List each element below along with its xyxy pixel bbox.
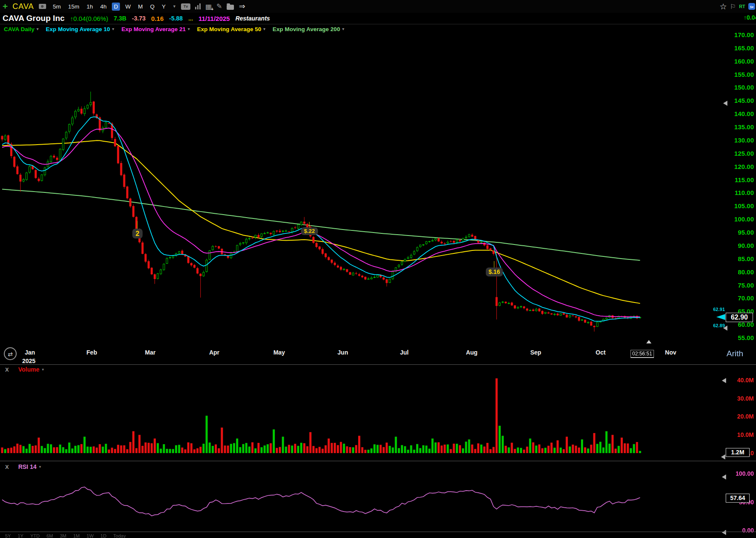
last-volume-label: 1.2M bbox=[726, 448, 750, 457]
last-price-arrow-icon bbox=[716, 314, 725, 320]
range-button-ytd[interactable]: YTD bbox=[30, 533, 40, 538]
condition-grid-icon[interactable]: ▦+ bbox=[205, 3, 212, 11]
mini-change-label: ↑0.04 bbox=[744, 14, 756, 21]
rsi-title[interactable]: RSI 14 bbox=[18, 463, 37, 470]
price-axis-label: 95.00 bbox=[724, 229, 754, 236]
range-button-row: 5Y1YYTD6M3M1M1W1DToday bbox=[5, 533, 126, 538]
add-symbol-icon[interactable]: + bbox=[3, 2, 8, 11]
range-button-1w[interactable]: 1W bbox=[87, 533, 94, 538]
month-label-nov: Nov bbox=[665, 349, 676, 356]
timeframe-button-4h[interactable]: 4h bbox=[98, 3, 109, 11]
ticker-symbol[interactable]: CAVA bbox=[12, 2, 34, 11]
month-label-oct: Oct bbox=[595, 349, 605, 356]
rsi-top-label: 100.00 bbox=[724, 470, 754, 477]
range-button-1m[interactable]: 1M bbox=[73, 533, 80, 538]
reset-zoom-icon[interactable]: ⇄ bbox=[4, 347, 17, 360]
month-label-feb: Feb bbox=[87, 349, 97, 356]
title-bar: CAVA Group Inc ↑0.04(0.06%) 7.3B -3.73 0… bbox=[0, 13, 756, 24]
pane-divider-1[interactable] bbox=[0, 364, 756, 365]
range-button-1y[interactable]: 1Y bbox=[18, 533, 23, 538]
timeframe-button-1h[interactable]: 1h bbox=[85, 3, 95, 11]
snapshot-icon[interactable] bbox=[39, 4, 46, 9]
symbol-menu-button[interactable]: S▾ bbox=[748, 3, 755, 10]
folder-icon[interactable] bbox=[227, 5, 234, 10]
price-axis-label: 165.00 bbox=[724, 44, 754, 52]
dividend-marker-aug[interactable]: $.16 bbox=[486, 268, 503, 276]
range-button-6m[interactable]: 6M bbox=[47, 533, 53, 538]
split-marker[interactable]: 2 bbox=[132, 229, 143, 238]
price-axis-label: 120.00 bbox=[724, 163, 754, 170]
range-button-5y[interactable]: 5Y bbox=[5, 533, 11, 538]
pane-divider-3[interactable] bbox=[0, 532, 756, 532]
flag-icon[interactable]: ⚐ bbox=[730, 3, 736, 11]
price-axis-label: 80.00 bbox=[724, 268, 754, 276]
favorite-star-icon[interactable]: ☆ bbox=[720, 2, 727, 12]
price-axis-label: 55.00 bbox=[724, 334, 754, 341]
price-axis-label: 125.00 bbox=[724, 150, 754, 157]
period-high-marker-icon bbox=[723, 101, 727, 106]
legend-ema200[interactable]: Exp Moving Average 200▾ bbox=[273, 26, 344, 32]
volume-axis-label: 10.0M bbox=[724, 431, 754, 438]
legend-ema21[interactable]: Exp Moving Average 21▾ bbox=[121, 26, 190, 32]
timeframe-button-M[interactable]: M bbox=[136, 3, 145, 11]
sector-label[interactable]: Restaurants bbox=[235, 15, 270, 22]
rsi-close-button[interactable]: X bbox=[5, 464, 9, 470]
toolbar-right-group: ☆ ⚐ RT S▾ bbox=[720, 0, 755, 13]
pencil-draw-icon[interactable]: ✎ bbox=[216, 3, 222, 10]
more-stats-ellipsis[interactable]: ... bbox=[188, 15, 193, 22]
dividend-marker-may[interactable]: $.22 bbox=[301, 227, 318, 235]
last-price-label: 62.90 bbox=[726, 313, 753, 322]
legend-ema10[interactable]: Exp Moving Average 10▾ bbox=[46, 26, 114, 32]
dividend-marker-aug-stem bbox=[494, 261, 494, 268]
dividend-marker-may-stem bbox=[309, 222, 309, 228]
timeframe-group: 5m15m1h4hDWMQY bbox=[51, 3, 168, 11]
top-toolbar: + CAVA 5m15m1h4hDWMQY ▼ Tv ▦+ ✎ ⇒ ☆ ⚐ RT… bbox=[0, 0, 756, 13]
range-button-1d[interactable]: 1D bbox=[100, 533, 106, 538]
timeframe-button-5m[interactable]: 5m bbox=[51, 3, 63, 11]
ask-price-label: 62.91 bbox=[704, 307, 725, 312]
rsi-dropdown-icon[interactable]: ▾ bbox=[39, 465, 41, 469]
timeframe-button-15m[interactable]: 15m bbox=[66, 3, 81, 11]
rsi-pane-header: X RSI 14▾ bbox=[5, 463, 41, 470]
rsi-high-marker-icon bbox=[722, 474, 726, 480]
timeframe-button-D[interactable]: D bbox=[112, 3, 120, 11]
range-button-3m[interactable]: 3M bbox=[60, 533, 66, 538]
timeframe-button-W[interactable]: W bbox=[123, 3, 133, 11]
month-label-mar: Mar bbox=[145, 349, 156, 356]
price-change: ↑0.04(0.06%) bbox=[70, 15, 108, 22]
realtime-badge: RT bbox=[739, 4, 745, 9]
timeframe-button-Q[interactable]: Q bbox=[148, 3, 157, 11]
legend-series[interactable]: CAVA Daily▾ bbox=[4, 26, 38, 32]
timeframe-dropdown-icon[interactable]: ▼ bbox=[172, 4, 176, 9]
price-axis-label: 75.00 bbox=[724, 282, 754, 289]
legend-ema50[interactable]: Exp Moving Average 50▾ bbox=[197, 26, 265, 32]
price-chart-canvas[interactable] bbox=[0, 35, 756, 345]
volume-chart-canvas[interactable] bbox=[0, 375, 756, 460]
pane-divider-2[interactable] bbox=[0, 461, 756, 461]
timeframe-button-Y[interactable]: Y bbox=[160, 3, 168, 11]
volume-axis-label: 40.0M bbox=[724, 377, 754, 384]
share-icon[interactable]: ⇒ bbox=[239, 3, 245, 10]
volume-close-button[interactable]: X bbox=[5, 366, 9, 373]
volume-title[interactable]: Volume bbox=[18, 366, 40, 373]
price-axis-label: 150.00 bbox=[724, 84, 754, 91]
volume-low-marker-icon bbox=[721, 454, 725, 459]
rsi-value-label: 57.64 bbox=[726, 494, 750, 503]
market-cap: 7.3B bbox=[114, 15, 127, 22]
stat-value-1: -3.73 bbox=[132, 15, 146, 22]
rsi-chart-canvas[interactable] bbox=[0, 471, 756, 535]
bid-price-label: 62.89 bbox=[704, 323, 725, 328]
volume-axis-label: 30.0M bbox=[724, 395, 754, 402]
price-axis-label: 100.00 bbox=[724, 215, 754, 223]
volume-high-marker-icon bbox=[722, 378, 726, 383]
chart-date: 11/11/2025 bbox=[198, 15, 230, 22]
tv-mode-icon[interactable]: Tv bbox=[181, 3, 190, 10]
range-button-today[interactable]: Today bbox=[113, 533, 126, 538]
price-axis-label: 160.00 bbox=[724, 58, 754, 65]
split-marker-stem bbox=[137, 221, 137, 229]
scale-type-label[interactable]: Arith bbox=[727, 349, 743, 358]
price-axis-label: 115.00 bbox=[724, 176, 754, 183]
volume-bars-icon[interactable] bbox=[195, 3, 201, 9]
volume-dropdown-icon[interactable]: ▾ bbox=[42, 367, 44, 372]
price-axis-label: 90.00 bbox=[724, 242, 754, 249]
